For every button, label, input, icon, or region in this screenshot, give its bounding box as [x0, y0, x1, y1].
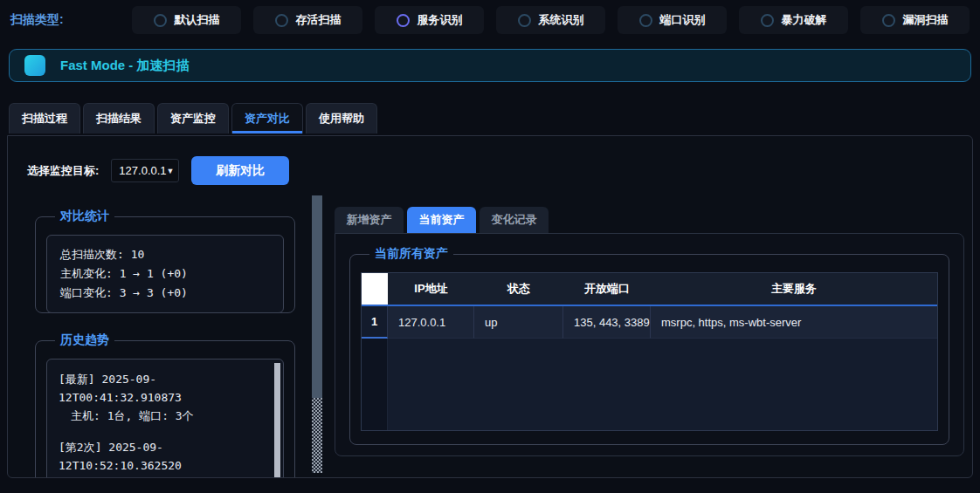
asset-subtabs: 新增资产 当前资产 变化记录 — [335, 207, 549, 233]
history-entry-detail: 主机: 1台, 端口: 3个 — [59, 407, 267, 425]
table-empty-area — [362, 339, 937, 430]
cell-status[interactable]: up — [474, 306, 563, 339]
asset-compare-panel: 选择监控目标: 127.0.0.1 ▼ 刷新对比 对比统计 总扫描次数: 10 … — [7, 135, 973, 478]
left-column: 对比统计 总扫描次数: 10 主机变化: 1 → 1 (+0) 端口变化: 3 … — [35, 209, 295, 478]
tab-asset-compare[interactable]: 资产对比 — [231, 103, 303, 134]
history-entry: [第2次] 2025-09-12T10:52:10.362520 主机: 1台,… — [59, 438, 267, 478]
radio-icon — [518, 14, 531, 27]
compare-stats-legend: 对比统计 — [55, 209, 114, 224]
refresh-compare-button[interactable]: 刷新对比 — [191, 156, 289, 185]
radio-brute-force[interactable]: 暴力破解 — [739, 6, 848, 34]
radio-icon-selected — [397, 14, 410, 27]
radio-service-detect[interactable]: 服务识别 — [375, 6, 484, 34]
compare-stats-fieldset: 对比统计 总扫描次数: 10 主机变化: 1 → 1 (+0) 端口变化: 3 … — [35, 209, 295, 313]
stat-host-change: 主机变化: 1 → 1 (+0) — [60, 264, 270, 284]
panel-scrollbar[interactable] — [312, 195, 322, 473]
current-assets-panel: 当前所有资产 IP地址 状态 开放端口 主要服务 1 127.0.0.1 up … — [335, 233, 964, 456]
target-select[interactable]: 127.0.0.1 ▼ — [111, 159, 179, 182]
history-scrollbar-thumb[interactable] — [274, 363, 280, 478]
history-scrollbar[interactable] — [274, 363, 280, 478]
history-entry: [最新] 2025-09-12T00:41:32.910873 主机: 1台, … — [59, 370, 267, 425]
tab-scan-result[interactable]: 扫描结果 — [83, 103, 155, 134]
current-assets-legend: 当前所有资产 — [369, 246, 453, 262]
radio-label: 服务识别 — [418, 12, 463, 28]
table-empty-body — [388, 339, 937, 430]
cell-services[interactable]: msrpc, https, ms-wbt-server — [651, 306, 937, 339]
radio-icon — [275, 14, 288, 27]
cell-ports[interactable]: 135, 443, 3389 — [563, 306, 651, 339]
radio-label: 默认扫描 — [175, 12, 220, 28]
col-header-services[interactable]: 主要服务 — [651, 273, 937, 305]
table-row[interactable]: 1 127.0.0.1 up 135, 443, 3389 msrpc, htt… — [362, 306, 937, 339]
tab-help[interactable]: 使用帮助 — [306, 103, 377, 134]
radio-icon — [639, 14, 652, 27]
table-corner-cell[interactable] — [362, 273, 388, 305]
stat-port-change: 端口变化: 3 → 3 (+0) — [60, 284, 270, 303]
radio-icon — [882, 14, 895, 27]
stat-total-scans: 总扫描次数: 10 — [60, 245, 270, 264]
tab-scan-process[interactable]: 扫描过程 — [9, 103, 80, 134]
fast-mode-label: Fast Mode - 加速扫描 — [60, 58, 190, 74]
row-number-cell[interactable]: 1 — [362, 306, 388, 339]
col-header-ip[interactable]: IP地址 — [388, 273, 474, 305]
history-entry-detail: 主机: 1台, 端口: 3个 — [59, 475, 267, 478]
radio-label: 暴力破解 — [782, 12, 827, 28]
target-select-value: 127.0.0.1 — [119, 164, 166, 177]
table-empty-rowheader-strip — [362, 339, 388, 430]
target-row: 选择监控目标: 127.0.0.1 ▼ 刷新对比 — [27, 156, 289, 185]
history-trend-legend: 历史趋势 — [55, 332, 114, 348]
radio-label: 存活扫描 — [296, 12, 342, 28]
col-header-ports[interactable]: 开放端口 — [563, 273, 651, 305]
assets-table-header: IP地址 状态 开放端口 主要服务 — [362, 273, 937, 306]
current-assets-fieldset: 当前所有资产 IP地址 状态 开放端口 主要服务 1 127.0.0.1 up … — [349, 246, 949, 445]
col-header-status[interactable]: 状态 — [474, 273, 563, 305]
radio-port-detect[interactable]: 端口识别 — [618, 6, 727, 34]
radio-vuln-scan[interactable]: 漏洞扫描 — [860, 6, 970, 34]
radio-icon — [154, 14, 167, 27]
panel-scrollbar-thumb[interactable] — [312, 195, 322, 398]
fast-mode-checkbox[interactable] — [24, 55, 45, 76]
subtab-new-assets[interactable]: 新增资产 — [335, 207, 404, 233]
tab-asset-monitor[interactable]: 资产监控 — [157, 103, 229, 134]
subtab-change-records[interactable]: 变化记录 — [480, 207, 549, 233]
radio-os-detect[interactable]: 系统识别 — [496, 6, 605, 34]
cell-ip[interactable]: 127.0.0.1 — [388, 306, 474, 339]
radio-default-scan[interactable]: 默认扫描 — [132, 6, 241, 34]
assets-table: IP地址 状态 开放端口 主要服务 1 127.0.0.1 up 135, 44… — [361, 272, 938, 431]
compare-stats-box: 总扫描次数: 10 主机变化: 1 → 1 (+0) 端口变化: 3 → 3 (… — [46, 235, 284, 313]
target-label: 选择监控目标: — [27, 163, 99, 179]
radio-alive-scan[interactable]: 存活扫描 — [253, 6, 362, 34]
main-tabbar: 扫描过程 扫描结果 资产监控 资产对比 使用帮助 — [9, 103, 980, 134]
fast-mode-banner: Fast Mode - 加速扫描 — [9, 49, 971, 82]
scan-type-row: 扫描类型: 默认扫描 存活扫描 服务识别 系统识别 端口识别 暴力破解 漏洞扫描 — [0, 0, 980, 35]
history-trend-box[interactable]: [最新] 2025-09-12T00:41:32.910873 主机: 1台, … — [46, 359, 284, 478]
history-trend-fieldset: 历史趋势 [最新] 2025-09-12T00:41:32.910873 主机:… — [35, 332, 295, 478]
history-entry-title: [第2次] 2025-09-12T10:52:10.362520 — [59, 438, 267, 475]
history-entry-title: [最新] 2025-09-12T00:41:32.910873 — [59, 370, 267, 407]
radio-label: 端口识别 — [660, 12, 706, 28]
radio-icon — [761, 14, 774, 27]
scan-type-radio-group: 默认扫描 存活扫描 服务识别 系统识别 端口识别 暴力破解 漏洞扫描 — [132, 6, 970, 34]
scan-type-label: 扫描类型: — [10, 12, 132, 28]
radio-label: 漏洞扫描 — [903, 12, 949, 28]
radio-label: 系统识别 — [539, 12, 584, 28]
chevron-down-icon: ▼ — [167, 167, 175, 175]
subtab-current-assets[interactable]: 当前资产 — [407, 207, 476, 233]
